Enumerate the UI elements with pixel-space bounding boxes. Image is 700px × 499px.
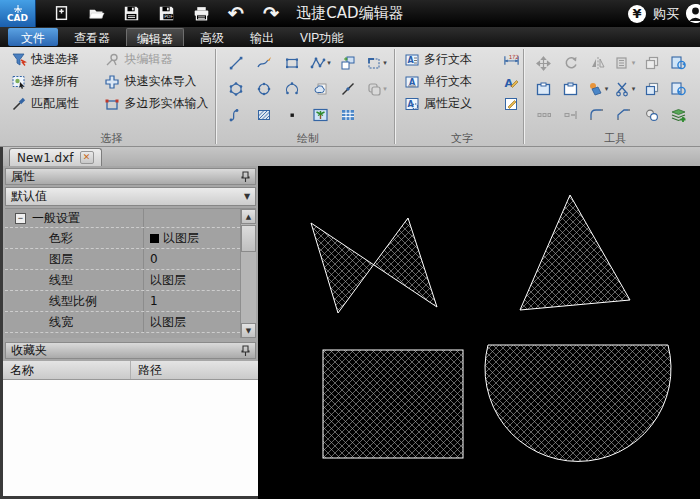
- menu-item-viewer[interactable]: 查看器: [64, 28, 120, 46]
- hatched-circle-segment[interactable]: [485, 345, 671, 461]
- property-row-linetype-scale[interactable]: 线型比例 1: [5, 291, 240, 312]
- ribbon: 快速选择 块编辑器 选择所有 快速实体导入: [0, 47, 700, 147]
- document-tab[interactable]: New1.dxf ✕: [9, 148, 102, 166]
- polygon-entity-input-button[interactable]: 多边形实体输入: [102, 94, 216, 113]
- dropdown-arrow-icon: ▾: [383, 85, 387, 93]
- undo-button[interactable]: ↶: [225, 3, 247, 25]
- open-file-button[interactable]: [85, 3, 107, 25]
- draw-rectangle-button[interactable]: [284, 55, 301, 72]
- menu-item-editor[interactable]: 编辑器: [126, 28, 184, 46]
- add-to-library-button[interactable]: [670, 107, 687, 124]
- copy-stack-button[interactable]: [643, 55, 660, 72]
- property-preset-dropdown[interactable]: 默认值 ▼: [5, 187, 256, 206]
- clipboard-copy-icon: [535, 81, 552, 98]
- draw-scurve-button[interactable]: [228, 107, 245, 124]
- buy-button[interactable]: 购买: [653, 5, 679, 23]
- draw-region-button[interactable]: ▾: [365, 55, 387, 72]
- ribbon-group-draw: ▾ ▾: [216, 47, 394, 146]
- fillet-button[interactable]: [589, 107, 606, 124]
- menu-item-vip[interactable]: VIP功能: [290, 28, 353, 46]
- insert-image-button[interactable]: [312, 107, 329, 124]
- trim-button[interactable]: ▾: [614, 81, 636, 98]
- draw-circle-button[interactable]: [256, 81, 273, 98]
- wipeout-button[interactable]: ▾: [365, 81, 387, 98]
- favorites-list[interactable]: [3, 380, 258, 496]
- draw-polyline-button[interactable]: ▾: [309, 55, 331, 72]
- dropdown-arrow-icon: ▾: [632, 59, 636, 67]
- mirror-icon: [589, 55, 606, 72]
- edit-attribute-icon: [503, 95, 520, 112]
- property-row-color[interactable]: 色彩 以图层: [5, 228, 240, 249]
- explode-button[interactable]: [535, 107, 552, 124]
- copy-objects-button[interactable]: [643, 81, 660, 98]
- draw-spline-button[interactable]: [256, 55, 273, 72]
- revision-cloud-icon: [312, 81, 329, 98]
- account-icon[interactable]: [686, 4, 700, 23]
- clipboard-paste-button[interactable]: [562, 81, 579, 98]
- insert-table-button[interactable]: [340, 107, 357, 124]
- scrollbar-thumb[interactable]: [241, 225, 256, 252]
- group-button[interactable]: [643, 107, 660, 124]
- construction-line-button[interactable]: [340, 81, 357, 98]
- new-file-button[interactable]: [50, 3, 72, 25]
- mirror-button[interactable]: [589, 55, 606, 72]
- app-logo: CAD: [0, 0, 36, 27]
- paste-update-button[interactable]: [670, 55, 687, 72]
- quick-entity-import-button[interactable]: 快速实体导入: [102, 72, 216, 91]
- pin-icon[interactable]: [241, 345, 250, 357]
- multiline-text-button[interactable]: A 多行文本: [401, 50, 493, 69]
- circle-icon: [256, 81, 273, 98]
- drawing-canvas[interactable]: [258, 166, 700, 499]
- clipboard-copy-button[interactable]: [535, 81, 552, 98]
- yuan-coin-icon: ¥: [628, 5, 646, 23]
- property-row-lineweight[interactable]: 线宽 以图层: [5, 312, 240, 333]
- cad-compass-icon: [11, 4, 25, 13]
- favorites-column-path[interactable]: 路径: [131, 361, 258, 379]
- attribute-definition-button[interactable]: A 属性定义: [401, 94, 493, 113]
- quick-select-button[interactable]: 快速选择: [8, 50, 86, 69]
- construction-line-icon: [340, 81, 357, 98]
- scroll-down-icon[interactable]: ▼: [241, 323, 256, 338]
- property-row-layer[interactable]: 图层 0: [5, 249, 240, 270]
- menu-item-file[interactable]: 文件: [8, 28, 58, 46]
- draw-arc-button[interactable]: [284, 81, 301, 98]
- array-button[interactable]: ▾: [614, 55, 636, 72]
- save-button[interactable]: [120, 3, 142, 25]
- text-style-button[interactable]: A: [499, 72, 523, 91]
- rotate-button[interactable]: [562, 55, 579, 72]
- match-properties-button[interactable]: 匹配属性: [8, 94, 86, 113]
- edit-attribute-button[interactable]: [499, 94, 523, 113]
- print-button[interactable]: [190, 3, 212, 25]
- draw-revision-cloud-button[interactable]: [312, 81, 329, 98]
- dimension-button[interactable]: 1?2: [499, 50, 523, 69]
- draw-polygon-button[interactable]: [228, 81, 245, 98]
- property-row-linetype[interactable]: 线型 以图层: [5, 270, 240, 291]
- erase-button[interactable]: ▾: [587, 81, 609, 98]
- collapse-icon[interactable]: −: [15, 213, 26, 224]
- update-block-button[interactable]: [670, 81, 687, 98]
- draw-line-button[interactable]: [228, 55, 245, 72]
- join-button[interactable]: [562, 107, 579, 124]
- block-editor-button[interactable]: 块编辑器: [102, 50, 216, 69]
- block-import-button[interactable]: [340, 55, 357, 72]
- array-icon: [614, 55, 631, 72]
- draw-point-button[interactable]: [284, 107, 301, 124]
- select-all-button[interactable]: 选择所有: [8, 72, 86, 91]
- pin-icon[interactable]: [241, 171, 250, 183]
- chamfer-button[interactable]: [616, 107, 633, 124]
- move-button[interactable]: [535, 55, 552, 72]
- properties-scrollbar[interactable]: ▲ ▼: [240, 209, 256, 338]
- singleline-text-button[interactable]: A 单行文本: [401, 72, 493, 91]
- scroll-up-icon[interactable]: ▲: [241, 209, 256, 224]
- menu-item-advanced[interactable]: 高级: [190, 28, 234, 46]
- save-as-pdf-button[interactable]: PDF: [155, 3, 177, 25]
- redo-button[interactable]: ↷: [260, 3, 282, 25]
- favorites-column-name[interactable]: 名称: [3, 361, 131, 379]
- hatched-bowtie-polygon[interactable]: [311, 218, 437, 313]
- menu-item-output[interactable]: 输出: [240, 28, 284, 46]
- draw-hatch-button[interactable]: [256, 107, 273, 124]
- hatched-triangle[interactable]: [520, 195, 630, 310]
- hatched-rectangle[interactable]: [323, 350, 463, 458]
- quick-entity-import-icon: [104, 73, 121, 90]
- tab-close-icon[interactable]: ✕: [80, 151, 94, 164]
